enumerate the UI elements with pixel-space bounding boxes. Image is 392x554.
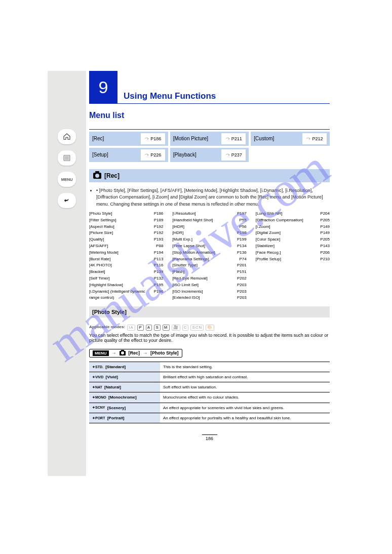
index-row[interactable]: [Metering Mode]P194 — [89, 250, 163, 256]
page-number: 186 — [202, 434, 217, 441]
index-label: [i.Zoom] — [256, 224, 319, 230]
index-row[interactable]: [Quality]P193 — [89, 236, 163, 243]
index-row[interactable]: [i.Resolution]P197 — [172, 211, 246, 217]
chapter-header: 9 Using Menu Functions — [89, 71, 330, 104]
index-label: [Aspect Ratio] — [89, 224, 152, 230]
index-label: [Multi Exp.] — [172, 236, 235, 243]
index-row[interactable]: [Digital Zoom]P149 — [256, 230, 330, 236]
index-page: P194 — [152, 250, 163, 256]
index-row[interactable]: [i.Dynamic] (Intelligent dynamic range c… — [89, 289, 163, 302]
page-ref: P186 — [141, 133, 165, 144]
index-row[interactable]: [Shutter Type]P201 — [172, 262, 246, 269]
menu-link-label: [Motion Picture] — [173, 136, 208, 141]
style-cell-left: ✦STD. [Standard] — [89, 362, 160, 372]
index-page: P196 — [152, 289, 163, 302]
menu-link-cell[interactable]: [Rec]P186 — [89, 132, 168, 146]
menu-link-label: [Setup] — [92, 152, 108, 157]
index-page: P74 — [236, 256, 247, 263]
table-row: ✦VIVD [Vivid]Brilliant effect with high … — [89, 372, 330, 382]
rec-intro-text: • [Photo Style], [Filter Settings], [AFS… — [89, 187, 330, 208]
index-row[interactable]: [Panorama Settings]P74 — [172, 256, 246, 263]
index-row[interactable]: [Picture Size]P192 — [89, 230, 163, 236]
index-row[interactable]: [Stop Motion Animation]P136 — [172, 250, 246, 256]
home-button[interactable] — [58, 129, 76, 144]
index-page: P203 — [236, 289, 247, 295]
mini-camera-icon — [120, 351, 126, 355]
index-page: P202 — [236, 275, 247, 282]
table-row: ✦MONO [Monochrome]Monochrome effect with… — [89, 392, 330, 403]
menu-button[interactable]: MENU — [58, 172, 76, 187]
index-page: P205 — [319, 217, 330, 224]
table-row: ✦SCNY [Scenery]An effect appropriate for… — [89, 403, 330, 413]
menu-link-label: [Rec] — [92, 136, 104, 141]
arrow-icon: → — [112, 350, 116, 355]
index-row[interactable]: [i.Zoom]P149 — [256, 224, 330, 230]
page-ref: P211 — [221, 133, 246, 144]
index-row[interactable]: [iHDR]P56 — [172, 224, 246, 230]
index-row[interactable]: [AFS/AFF]P88 — [89, 243, 163, 250]
index-row[interactable]: [Flash]P151 — [172, 269, 246, 275]
table-row: ✦STD. [Standard]This is the standard set… — [89, 362, 330, 372]
index-row[interactable]: [Time Lapse Shot]P134 — [172, 243, 246, 250]
camera-icon — [93, 173, 101, 179]
index-row[interactable]: [Color Space]P205 — [256, 236, 330, 243]
index-row[interactable]: [Face Recog.]P206 — [256, 250, 330, 256]
rec-section-title: [Rec] — [104, 172, 120, 179]
menu-link-label: [Custom] — [254, 136, 274, 141]
index-page: P132 — [152, 275, 163, 282]
index-label: [Shutter Type] — [172, 262, 235, 269]
index-label: [Color Space] — [256, 236, 319, 243]
index-row[interactable]: [ISO Increments]P203 — [172, 289, 246, 295]
contents-button[interactable] — [58, 150, 76, 166]
menu-list-heading: Menu list — [89, 111, 330, 120]
index-label: [Bracket] — [89, 269, 152, 275]
index-page: P88 — [152, 243, 163, 250]
index-row[interactable]: [Profile Setup]P210 — [256, 256, 330, 263]
mode-icons: iA P A S M 🎥 C SCN 🎨 — [127, 324, 214, 331]
index-row[interactable]: [Diffraction Compensation]P205 — [256, 217, 330, 224]
index-row[interactable]: [Filter Settings]P189 — [89, 217, 163, 224]
style-cell-desc: Brilliant effect with high saturation an… — [160, 372, 330, 382]
index-row[interactable]: [4K PHOTO]P116 — [89, 262, 163, 269]
index-label: [ISO Increments] — [172, 289, 235, 295]
index-row[interactable]: [iHandheld Night Shot]P55 — [172, 217, 246, 224]
index-page: P56 — [236, 224, 247, 230]
index-row[interactable]: [Burst Rate]P113 — [89, 256, 163, 263]
index-page: P192 — [152, 224, 163, 230]
index-page: P143 — [319, 243, 330, 250]
index-row[interactable]: [Aspect Ratio]P192 — [89, 224, 163, 230]
index-label: [AFS/AFF] — [89, 243, 152, 250]
index-label: [HDR] — [172, 230, 235, 236]
index-row[interactable]: [Red-Eye Removal]P202 — [172, 275, 246, 282]
menu-link-cell[interactable]: [Motion Picture]P211 — [170, 132, 249, 146]
index-page: P198 — [236, 230, 247, 236]
index-row[interactable]: [Self Timer]P132 — [89, 275, 163, 282]
index-label: [i.Dynamic] (Intelligent dynamic range c… — [89, 289, 152, 302]
index-row[interactable]: [Photo Style]P186 — [89, 211, 163, 217]
menu-link-cell[interactable]: [Setup]P226 — [89, 148, 168, 162]
index-label: [Flash] — [172, 269, 235, 275]
arrow-icon: → — [143, 350, 147, 355]
index-row[interactable]: [Bracket]P139 — [89, 269, 163, 275]
index-page: P192 — [152, 230, 163, 236]
menu-link-cell[interactable]: [Custom]P212 — [251, 132, 330, 146]
style-cell-desc: An effect appropriate for portraits with… — [160, 413, 330, 423]
rec-section-bar: [Rec] — [89, 169, 330, 182]
index-page: P134 — [236, 243, 247, 250]
index-row[interactable]: [ISO Limit Set]P203 — [172, 282, 246, 289]
index-label: [Red-Eye Removal] — [172, 275, 235, 282]
back-button[interactable] — [58, 193, 76, 208]
style-cell-left: ✦NAT [Natural] — [89, 382, 160, 392]
photo-style-description: You can select effects to match the type… — [89, 333, 330, 343]
index-row[interactable]: [Highlight Shadow]P195 — [89, 282, 163, 289]
style-cell-desc: This is the standard setting. — [160, 362, 330, 372]
index-row[interactable]: [Extended ISO]P203 — [172, 295, 246, 301]
index-row[interactable]: [Multi Exp.]P199 — [172, 236, 246, 243]
index-label: [Panorama Settings] — [172, 256, 235, 263]
rec-intro-item: • [Photo Style], [Filter Settings], [AFS… — [96, 187, 330, 208]
index-label: [Filter Settings] — [89, 217, 152, 224]
index-row[interactable]: [Long Shtr NR]P204 — [256, 211, 330, 217]
menu-link-cell[interactable]: [Playback]P237 — [170, 148, 249, 162]
index-row[interactable]: [HDR]P198 — [172, 230, 246, 236]
index-row[interactable]: [Stabilizer]P143 — [256, 243, 330, 250]
